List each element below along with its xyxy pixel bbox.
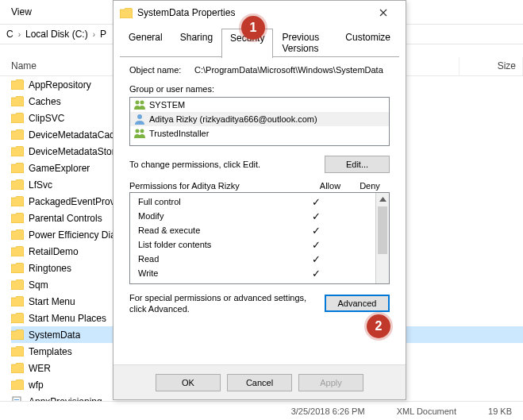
- group-item[interactable]: TrustedInstaller: [130, 126, 389, 141]
- tab-customize[interactable]: Customize: [336, 28, 399, 57]
- permission-row: List folder contents✓: [130, 237, 375, 252]
- permission-name: List folder contents: [130, 240, 296, 249]
- status-bar: 3/25/2018 6:26 PM XML Document 19 KB: [0, 401, 523, 420]
- folder-icon: [11, 279, 24, 290]
- cancel-button[interactable]: Cancel: [227, 374, 292, 391]
- annotation-badge-2: 2: [367, 314, 390, 338]
- folder-icon: [11, 146, 24, 156]
- svg-point-4: [136, 101, 140, 105]
- tab-security-body: Object name: C:\ProgramData\Microsoft\Wi…: [120, 57, 399, 358]
- advanced-hint: For special permissions or advanced sett…: [129, 292, 317, 315]
- folder-icon: [11, 346, 24, 356]
- svg-point-7: [136, 129, 140, 133]
- group-name: Aditya Rizky (rizkyaditya666@outlook.com…: [149, 114, 317, 124]
- file-name: Templates: [29, 346, 72, 357]
- folder-icon: [11, 329, 24, 340]
- allow-check-icon: ✓: [296, 225, 336, 237]
- chevron-right-icon: ›: [91, 30, 97, 39]
- folder-icon: [11, 313, 24, 323]
- svg-rect-1: [14, 399, 19, 400]
- group-user-list[interactable]: SYSTEMAditya Rizky (rizkyaditya666@outlo…: [129, 97, 390, 146]
- svg-point-6: [137, 114, 142, 119]
- apply-button[interactable]: Apply: [298, 374, 363, 391]
- allow-check-icon: ✓: [296, 253, 336, 265]
- dialog-buttons: OK Cancel Apply: [113, 364, 406, 399]
- group-icon: [133, 98, 146, 111]
- folder-icon: [11, 263, 24, 273]
- deny-header: Deny: [350, 181, 390, 191]
- status-type: XML Document: [397, 407, 456, 416]
- allow-check-icon: ✓: [296, 239, 336, 251]
- edit-button[interactable]: Edit...: [325, 156, 390, 173]
- permission-row: Read & execute✓: [130, 223, 375, 237]
- groups-label: Group or user names:: [129, 84, 390, 94]
- file-name: GameExplorer: [29, 163, 90, 174]
- breadcrumb-part[interactable]: C: [5, 29, 15, 40]
- permissions-label: Permissions for Aditya Rizky: [129, 181, 310, 191]
- file-name: Caches: [29, 96, 61, 107]
- permission-name: Full control: [130, 197, 296, 206]
- status-size: 19 KB: [488, 407, 512, 416]
- file-name: WER: [29, 363, 51, 374]
- file-name: SystemData: [29, 329, 80, 341]
- advanced-button[interactable]: Advanced: [325, 295, 390, 312]
- folder-icon: [11, 113, 24, 123]
- file-name: ClipSVC: [29, 113, 64, 124]
- scrollbar[interactable]: [375, 193, 389, 283]
- file-name: Parental Controls: [29, 213, 102, 224]
- folder-icon: [11, 229, 24, 240]
- file-name: wfp: [29, 380, 44, 391]
- group-icon: [133, 127, 146, 140]
- view-menu[interactable]: View: [11, 6, 32, 17]
- chevron-right-icon: ›: [17, 30, 22, 39]
- folder-icon: [11, 96, 24, 106]
- permission-name: Read: [130, 254, 296, 264]
- allow-check-icon: ✓: [296, 210, 336, 222]
- permission-row: Write✓: [130, 266, 375, 280]
- folder-icon: [11, 246, 24, 256]
- edit-hint: To change permissions, click Edit.: [129, 160, 325, 169]
- file-name: Start Menu: [29, 296, 75, 307]
- group-name: SYSTEM: [149, 100, 185, 110]
- tab-sharing[interactable]: Sharing: [171, 28, 221, 57]
- folder-icon: [11, 196, 24, 206]
- svg-point-8: [140, 129, 144, 133]
- user-icon: [133, 113, 146, 125]
- file-name: DeviceMetadataCache: [29, 129, 125, 141]
- folder-icon: [11, 79, 24, 90]
- permission-row: Modify✓: [130, 209, 375, 223]
- file-name: Sqm: [29, 279, 48, 291]
- ok-button[interactable]: OK: [156, 374, 221, 391]
- header-size[interactable]: Size: [460, 57, 523, 75]
- folder-icon: [11, 380, 24, 390]
- tab-previous-versions[interactable]: Previous Versions: [273, 28, 336, 57]
- tab-general[interactable]: General: [120, 28, 171, 57]
- folder-icon: [11, 179, 24, 190]
- annotation-badge-1: 1: [241, 16, 265, 40]
- group-item[interactable]: Aditya Rizky (rizkyaditya666@outlook.com…: [130, 112, 389, 126]
- breadcrumb-part[interactable]: P: [98, 29, 108, 40]
- permission-row: Full control✓: [130, 195, 375, 209]
- scroll-thumb[interactable]: [378, 206, 387, 254]
- folder-icon: [11, 363, 24, 373]
- folder-icon: [11, 129, 24, 140]
- file-name: Power Efficiency Diag: [29, 229, 121, 241]
- permissions-list: Full control✓Modify✓Read & execute✓List …: [129, 192, 390, 284]
- folder-icon: [11, 163, 24, 173]
- group-name: TrustedInstaller: [149, 129, 209, 138]
- folder-icon: [120, 8, 133, 18]
- close-button[interactable]: [367, 3, 399, 22]
- object-path: C:\ProgramData\Microsoft\Windows\SystemD…: [194, 65, 383, 75]
- file-name: LfSvc: [29, 179, 52, 191]
- properties-dialog: SystemData Properties GeneralSharingSecu…: [113, 0, 406, 400]
- permission-name: Read & execute: [130, 225, 296, 235]
- permission-name: Modify: [130, 211, 296, 221]
- file-name: RetailDemo: [29, 246, 79, 257]
- group-item[interactable]: SYSTEM: [130, 98, 389, 112]
- object-name-label: Object name:: [129, 65, 194, 75]
- folder-icon: [11, 213, 24, 223]
- file-name: DeviceMetadataStore: [29, 146, 120, 157]
- breadcrumb-part[interactable]: Local Disk (C:): [24, 29, 90, 40]
- allow-header: Allow: [310, 181, 350, 191]
- permission-row: Read✓: [130, 252, 375, 266]
